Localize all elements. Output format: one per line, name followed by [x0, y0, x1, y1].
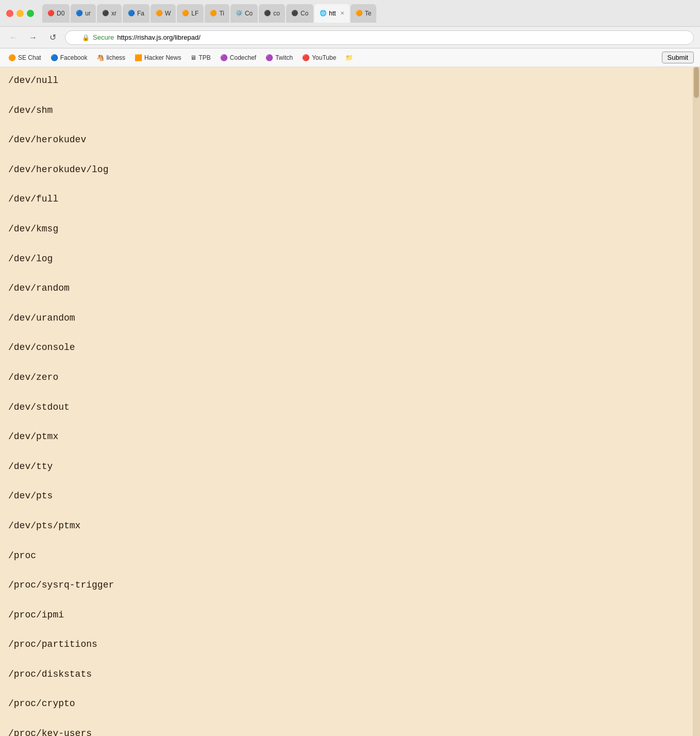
bookmark-favicon: 🟣 — [265, 54, 273, 61]
bookmark-label: Twitch — [275, 54, 293, 61]
main-content: /dev/null/dev/shm/dev/herokudev/dev/hero… — [0, 67, 700, 736]
bookmark-favicon: 🟣 — [220, 54, 228, 61]
bookmark-label: Codechef — [230, 54, 256, 61]
bookmark-favicon: 🔵 — [51, 54, 58, 61]
tab-favicon: 🟠 — [210, 10, 217, 16]
bookmark-favicon: 🐴 — [96, 54, 104, 61]
bookmark-favicon: 📁 — [345, 54, 353, 61]
tab-rw[interactable]: 🟠W — [151, 4, 176, 23]
bookmark-label: SE Chat — [18, 54, 41, 61]
bm-codechef[interactable]: 🟣Codechef — [216, 52, 260, 63]
address-bar: ← → ↺ 🔒 Secure https://rishav.js.org/lib… — [0, 27, 700, 48]
content-line: /dev/tty — [8, 459, 692, 474]
content-line: /dev/urandom — [8, 311, 692, 326]
bookmark-label: TPB — [198, 54, 210, 61]
tab-dc[interactable]: 🔴D0 — [42, 4, 70, 23]
titlebar: 🔴D0🔵ur⚫xr🔵Fa🟠W🟠LF🟠Ti⚙️Co⚫co⚫Co🌐htt✕🟠Te — [0, 0, 700, 27]
bookmark-label: Facebook — [60, 54, 88, 61]
tab-label: W — [165, 10, 171, 17]
tab-label: Co — [245, 10, 253, 17]
tab-favicon: ⚫ — [264, 10, 271, 16]
tab-label: Co — [301, 10, 308, 17]
content-line: /dev/ptmx — [8, 429, 692, 444]
close-button[interactable] — [6, 10, 13, 17]
address-input[interactable]: 🔒 Secure https://rishav.js.org/librepad/ — [65, 30, 694, 45]
content-line: /dev/zero — [8, 370, 692, 385]
tab-favicon: ⚙️ — [236, 10, 243, 16]
minimize-button[interactable] — [16, 10, 24, 17]
bm-sechat[interactable]: 🟠SE Chat — [4, 52, 45, 63]
tab-label: Te — [365, 10, 372, 17]
secure-label: Secure — [93, 34, 114, 41]
tab-te[interactable]: 🟠Te — [351, 4, 377, 23]
content-line: /proc/key-users — [8, 726, 692, 736]
bookmarks-bar: 🟠SE Chat🔵Facebook🐴lichess🟧Hacker News🖥TP… — [0, 48, 700, 67]
content-line: /proc/sysrq-trigger — [8, 578, 692, 593]
reload-button[interactable]: ↺ — [45, 30, 60, 45]
tab-favicon: ⚫ — [291, 10, 298, 16]
content-line: /dev/log — [8, 252, 692, 266]
tab-favicon: 🔵 — [128, 10, 135, 16]
bm-folder[interactable]: 📁 — [341, 52, 357, 63]
tab-fb[interactable]: 🔵Fa — [123, 4, 149, 23]
tab-label: htt — [329, 10, 336, 17]
tab-label: xr — [111, 10, 116, 17]
tab-gh2[interactable]: ⚫co — [259, 4, 285, 23]
bm-youtube[interactable]: 🔴YouTube — [298, 52, 340, 63]
tab-g[interactable]: 🔵ur — [71, 4, 96, 23]
content-line: /dev/shm — [8, 103, 692, 118]
submit-button[interactable]: Submit — [662, 52, 694, 63]
bookmark-favicon: 🖥 — [190, 54, 196, 61]
bookmark-favicon: 🟠 — [8, 54, 16, 61]
content-line: /proc/ipmi — [8, 608, 692, 623]
tab-label: D0 — [57, 10, 64, 17]
bookmark-favicon: 🔴 — [302, 54, 310, 61]
tab-favicon: 🌐 — [320, 10, 327, 16]
content-line: /proc — [8, 548, 692, 563]
content-line: /proc/partitions — [8, 637, 692, 652]
bm-hackernews[interactable]: 🟧Hacker News — [130, 52, 185, 63]
traffic-lights — [6, 10, 34, 17]
tab-co[interactable]: ⚙️Co — [230, 4, 258, 23]
content-line: /dev/herokudev/log — [8, 162, 692, 177]
bm-twitch[interactable]: 🟣Twitch — [261, 52, 297, 63]
content-line: /dev/pts/ptmx — [8, 518, 692, 533]
tab-close-icon[interactable]: ✕ — [340, 10, 344, 16]
tab-rl[interactable]: 🟠LF — [177, 4, 204, 23]
content-line: /dev/pts — [8, 489, 692, 504]
url-display: https://rishav.js.org/librepad/ — [117, 34, 201, 41]
tab-label: ur — [85, 10, 91, 17]
forward-button[interactable]: → — [26, 30, 40, 45]
tab-favicon: ⚫ — [102, 10, 109, 16]
tab-label: co — [273, 10, 280, 17]
content-line: /proc/diskstats — [8, 667, 692, 682]
tab-favicon: 🔴 — [47, 10, 55, 16]
tabs-bar: 🔴D0🔵ur⚫xr🔵Fa🟠W🟠LF🟠Ti⚙️Co⚫co⚫Co🌐htt✕🟠Te — [42, 4, 694, 23]
bookmark-label: Hacker News — [144, 54, 181, 61]
content-line: /dev/herokudev — [8, 132, 692, 147]
content-line: /dev/random — [8, 281, 692, 296]
content-line: /dev/full — [8, 192, 692, 207]
tab-rt[interactable]: 🟠Ti — [205, 4, 229, 23]
bookmark-favicon: 🟧 — [135, 54, 142, 61]
bm-tpb[interactable]: 🖥TPB — [186, 52, 214, 63]
tab-gh3[interactable]: ⚫Co — [286, 4, 313, 23]
scrollbar-thumb[interactable] — [694, 67, 699, 98]
bookmark-label: lichess — [106, 54, 125, 61]
tab-label: Fa — [137, 10, 144, 17]
tab-label: Ti — [219, 10, 224, 17]
tab-favicon: 🟠 — [182, 10, 189, 16]
content-line: /dev/kmsg — [8, 222, 692, 237]
tab-favicon: 🟠 — [356, 10, 363, 16]
tab-favicon: 🔵 — [76, 10, 83, 16]
back-button[interactable]: ← — [6, 30, 21, 45]
tab-gh1[interactable]: ⚫xr — [97, 4, 122, 23]
tab-favicon: 🟠 — [156, 10, 163, 16]
lock-icon: 🔒 — [82, 34, 90, 41]
tab-http[interactable]: 🌐htt✕ — [314, 4, 349, 23]
content-line: /dev/null — [8, 73, 692, 88]
bm-facebook[interactable]: 🔵Facebook — [46, 52, 92, 63]
scrollbar[interactable] — [693, 67, 700, 736]
bm-lichess[interactable]: 🐴lichess — [92, 52, 129, 63]
maximize-button[interactable] — [27, 10, 34, 17]
